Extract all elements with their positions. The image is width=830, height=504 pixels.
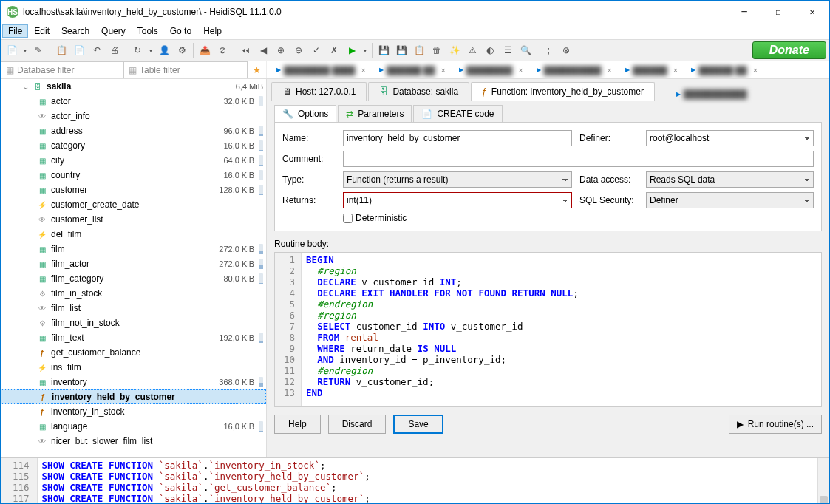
- tree-item-city[interactable]: ▦city64,0 KiB: [1, 153, 266, 168]
- menu-edit[interactable]: Edit: [28, 24, 55, 38]
- tb-dropdown-icon[interactable]: ▾: [21, 42, 29, 58]
- menu-tools[interactable]: Tools: [132, 24, 164, 38]
- tab-close-icon[interactable]: ×: [361, 66, 366, 75]
- tb-first-icon[interactable]: ⏮: [237, 42, 254, 58]
- tb-semicolon-icon[interactable]: ;: [540, 42, 557, 58]
- tb-warn-icon[interactable]: ⚠: [464, 42, 480, 58]
- tree-item-film_list[interactable]: 👁film_list: [1, 301, 266, 316]
- definer-select[interactable]: root@localhost: [646, 130, 814, 146]
- query-tab[interactable]: ▶██████ ██×: [686, 64, 763, 77]
- tb-vars-icon[interactable]: ⚙: [174, 42, 190, 58]
- favorites-icon[interactable]: ★: [248, 61, 267, 78]
- tb-save-icon[interactable]: 💾: [375, 42, 392, 58]
- tab-parameters[interactable]: ⇄Parameters: [338, 105, 412, 122]
- returns-input[interactable]: int(11): [343, 192, 572, 208]
- discard-button[interactable]: Discard: [328, 415, 387, 434]
- deterministic-checkbox[interactable]: [343, 214, 353, 223]
- query-tab[interactable]: ▶████████×: [454, 64, 528, 77]
- tb-opts-icon[interactable]: ☰: [500, 42, 516, 58]
- sql-log[interactable]: 114115116117 SHOW CREATE FUNCTION `sakil…: [1, 457, 829, 504]
- tree-item-film_category[interactable]: ▦film_category80,0 KiB: [1, 271, 266, 286]
- tb-post-icon[interactable]: ✓: [308, 42, 324, 58]
- tb-refresh-icon[interactable]: ↻: [129, 42, 146, 58]
- scrollbar-thumb[interactable]: [820, 496, 828, 504]
- tab-close-icon[interactable]: ×: [673, 66, 678, 75]
- tab-options[interactable]: 🔧Options: [274, 105, 336, 122]
- name-input[interactable]: [343, 130, 572, 146]
- tree-item-address[interactable]: ▦address96,0 KiB: [1, 123, 266, 138]
- menu-goto[interactable]: Go to: [164, 24, 197, 38]
- tb-paste-icon[interactable]: 📄: [71, 42, 87, 58]
- tree-item-inventory[interactable]: ▦inventory368,0 KiB: [1, 375, 266, 389]
- tb-export-icon[interactable]: 📤: [197, 42, 213, 58]
- tb-param-icon[interactable]: ◐: [482, 42, 498, 58]
- tb-prev-icon[interactable]: ◀: [255, 42, 271, 58]
- tb-edit-icon[interactable]: ✎: [30, 42, 47, 58]
- tree-item-language[interactable]: ▦language16,0 KiB: [1, 419, 266, 434]
- minimize-button[interactable]: ─: [727, 1, 761, 23]
- query-tab[interactable]: ▶██████×: [620, 64, 683, 77]
- table-filter-input[interactable]: ▦ Table filter: [123, 61, 248, 78]
- menu-help[interactable]: Help: [197, 24, 228, 38]
- help-button[interactable]: Help: [274, 415, 321, 434]
- comment-input[interactable]: [343, 151, 814, 167]
- caret-icon[interactable]: ⌄: [23, 83, 32, 91]
- tb-cancel-icon[interactable]: ✗: [326, 42, 342, 58]
- tb-new-icon[interactable]: 📄: [4, 42, 20, 58]
- menu-search[interactable]: Search: [55, 24, 95, 38]
- tb-copy-icon[interactable]: 📋: [53, 42, 69, 58]
- tree-item-ins_film[interactable]: ⚡ins_film: [1, 360, 266, 375]
- donate-button[interactable]: Donate: [752, 41, 826, 59]
- tb-clear-icon[interactable]: 🗑: [429, 42, 445, 58]
- tab-close-icon[interactable]: ×: [753, 66, 758, 75]
- code-area[interactable]: BEGIN #region DECLARE v_customer_id INT;…: [302, 253, 583, 406]
- tab-database[interactable]: 🗄Database: sakila: [368, 82, 469, 101]
- tab-create-code[interactable]: 📄CREATE code: [413, 105, 502, 122]
- tree-item-film_in_stock[interactable]: ⚙film_in_stock: [1, 286, 266, 301]
- tb-add-icon[interactable]: ⊕: [273, 42, 289, 58]
- tree-item-inventory_held_by_customer[interactable]: ƒinventory_held_by_customer: [1, 389, 266, 404]
- tab-function[interactable]: ƒFunction: inventory_held_by_customer: [471, 82, 655, 101]
- tb-print-icon[interactable]: 🖨: [106, 42, 123, 58]
- tree-item-inventory_in_stock[interactable]: ƒinventory_in_stock: [1, 404, 266, 419]
- save-button[interactable]: Save: [393, 415, 443, 434]
- log-area[interactable]: SHOW CREATE FUNCTION `sakila`.`inventory…: [38, 458, 817, 504]
- tab-close-icon[interactable]: ×: [518, 66, 523, 75]
- tab-close-icon[interactable]: ×: [608, 66, 612, 75]
- tree-item-category[interactable]: ▦category16,0 KiB: [1, 138, 266, 153]
- tree-item-get_customer_balance[interactable]: ƒget_customer_balance: [1, 345, 266, 360]
- close-button[interactable]: ✕: [795, 1, 829, 23]
- tb-run-icon[interactable]: ▶: [344, 42, 360, 58]
- tb-saveall-icon[interactable]: 💾: [393, 42, 409, 58]
- query-tab[interactable]: ▶████████ ████×: [271, 64, 371, 77]
- data-access-select[interactable]: Reads SQL data: [646, 171, 814, 188]
- tree-item-customer_list[interactable]: 👁customer_list: [1, 212, 266, 227]
- tree-item-del_film[interactable]: ⚡del_film: [1, 227, 266, 242]
- tb-find-icon[interactable]: 🔍: [517, 42, 534, 58]
- tb-wand-icon[interactable]: ✨: [446, 42, 463, 58]
- menu-query[interactable]: Query: [95, 24, 132, 38]
- tree-item-film_text[interactable]: ▦film_text192,0 KiB: [1, 330, 266, 345]
- type-select[interactable]: Function (returns a result): [343, 171, 572, 188]
- maximize-button[interactable]: ☐: [761, 1, 795, 23]
- tree-item-actor_info[interactable]: 👁actor_info: [1, 109, 266, 123]
- tree-item-film_actor[interactable]: ▦film_actor272,0 KiB: [1, 256, 266, 271]
- menu-file[interactable]: File: [2, 24, 28, 38]
- query-tab[interactable]: ▶███████████: [671, 87, 752, 101]
- object-tree[interactable]: ⌄ 🗄 sakila 6,4 MiB ▦actor32,0 KiB👁actor_…: [1, 79, 267, 457]
- tb-dropdown2-icon[interactable]: ▾: [147, 42, 154, 58]
- tb-undo-icon[interactable]: ↶: [89, 42, 105, 58]
- sql-security-select[interactable]: Definer: [646, 192, 814, 208]
- tb-snippet-icon[interactable]: 📋: [411, 42, 427, 58]
- tree-item-film_not_in_stock[interactable]: ⚙film_not_in_stock: [1, 316, 266, 330]
- tab-host[interactable]: 🖥Host: 127.0.0.1: [271, 82, 367, 101]
- tb-users-icon[interactable]: 👤: [156, 42, 172, 58]
- tb-stop-icon[interactable]: ⊘: [214, 42, 231, 58]
- routine-body-editor[interactable]: 12345678910111213 BEGIN #region DECLARE …: [274, 252, 822, 407]
- query-tab[interactable]: ▶██████████×: [531, 64, 617, 77]
- tree-item-film[interactable]: ▦film272,0 KiB: [1, 242, 266, 256]
- tree-item-country[interactable]: ▦country16,0 KiB: [1, 168, 266, 183]
- tree-item-nicer_but_slower_film_list[interactable]: 👁nicer_but_slower_film_list: [1, 434, 266, 449]
- tree-item-customer[interactable]: ▦customer128,0 KiB: [1, 183, 266, 197]
- tree-item-customer_create_date[interactable]: ⚡customer_create_date: [1, 197, 266, 212]
